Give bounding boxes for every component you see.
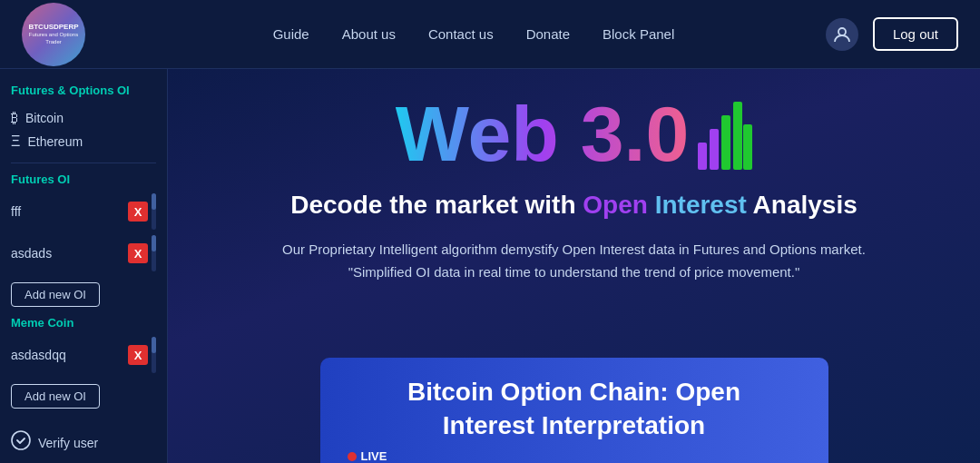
futures-oi-row-0: fff X bbox=[11, 193, 156, 230]
highlight-open: Open bbox=[583, 191, 648, 219]
svg-rect-3 bbox=[710, 129, 719, 170]
bitcoin-card: Bitcoin Option Chain: OpenInterest Inter… bbox=[320, 358, 828, 463]
live-label: LIVE bbox=[361, 449, 387, 463]
verify-icon bbox=[11, 430, 31, 455]
user-icon[interactable] bbox=[826, 18, 858, 51]
live-dot bbox=[348, 452, 357, 461]
nav-donate[interactable]: Donate bbox=[526, 26, 570, 42]
scroll-track-0 bbox=[152, 193, 156, 230]
logout-button[interactable]: Log out bbox=[873, 17, 958, 51]
futures-oi-row-1: asdads X bbox=[11, 235, 156, 271]
bitcoin-icon: ₿ bbox=[11, 110, 18, 126]
add-futures-oi-button[interactable]: Add new OI bbox=[11, 282, 100, 307]
header: BTCUSDPERP Futures and Options Trader Gu… bbox=[0, 0, 980, 69]
svg-rect-4 bbox=[721, 115, 730, 170]
nav-block-panel[interactable]: Block Panel bbox=[603, 26, 674, 42]
nav-contact-us[interactable]: Contact us bbox=[428, 26, 494, 42]
sidebar: Futures & Options OI ₿ Bitcoin Ξ Ethereu… bbox=[0, 69, 168, 463]
web3-title: Web 3.0 bbox=[396, 94, 689, 172]
svg-rect-6 bbox=[743, 124, 752, 170]
divider-1 bbox=[11, 163, 156, 163]
futures-options-oi-title: Futures & Options OI bbox=[11, 84, 156, 97]
live-badge: LIVE bbox=[348, 449, 801, 463]
hero-section: Web 3.0 Decode the market with Open Inte… bbox=[168, 69, 980, 463]
hero-title-wrap: Web 3.0 bbox=[396, 94, 752, 172]
meme-oi-row-0: asdasdqq X bbox=[11, 337, 156, 373]
futures-oi-actions-1: X bbox=[128, 235, 156, 271]
verify-label: Verify user bbox=[38, 436, 98, 450]
svg-point-1 bbox=[12, 431, 30, 449]
futures-oi-title: Futures OI bbox=[11, 172, 156, 186]
meme-oi-actions-0: X bbox=[128, 337, 156, 373]
sidebar-item-bitcoin[interactable]: ₿ Bitcoin bbox=[11, 106, 156, 130]
logo-wrap: BTCUSDPERP Futures and Options Trader bbox=[22, 3, 85, 66]
nav-about-us[interactable]: About us bbox=[342, 26, 396, 42]
meme-coin-title: Meme Coin bbox=[11, 316, 156, 330]
meme-oi-label-0: asdasdqq bbox=[11, 348, 66, 362]
nav-guide[interactable]: Guide bbox=[273, 26, 309, 42]
meme-oi-delete-0[interactable]: X bbox=[128, 345, 148, 365]
svg-rect-5 bbox=[733, 102, 742, 170]
logo-text-line2: Futures and Options Trader bbox=[25, 32, 82, 46]
chart-bars-icon bbox=[698, 97, 752, 170]
futures-oi-label-1: asdads bbox=[11, 246, 52, 261]
main-content: Futures & Options OI ₿ Bitcoin Ξ Ethereu… bbox=[0, 69, 980, 463]
futures-oi-actions-0: X bbox=[128, 193, 156, 230]
bitcoin-label: Bitcoin bbox=[25, 111, 64, 125]
scroll-track-1 bbox=[152, 235, 156, 271]
main-nav: Guide About us Contact us Donate Block P… bbox=[273, 26, 675, 42]
hero-subtitle: Decode the market with Open Interest Ana… bbox=[290, 189, 858, 222]
futures-oi-delete-0[interactable]: X bbox=[128, 202, 148, 222]
highlight-interest: Interest bbox=[655, 191, 747, 219]
header-right: Log out bbox=[826, 17, 958, 51]
logo: BTCUSDPERP Futures and Options Trader bbox=[22, 3, 85, 66]
add-meme-oi-button[interactable]: Add new OI bbox=[11, 384, 100, 409]
ethereum-label: Ethereum bbox=[27, 134, 83, 149]
verify-user[interactable]: Verify user bbox=[11, 430, 156, 455]
bitcoin-card-title: Bitcoin Option Chain: OpenInterest Inter… bbox=[348, 376, 801, 442]
hero-quote: "Simplified OI data in real time to unde… bbox=[348, 264, 800, 280]
svg-point-0 bbox=[838, 28, 846, 35]
ethereum-icon: Ξ bbox=[11, 133, 20, 150]
scroll-track-meme bbox=[152, 337, 156, 373]
sidebar-item-ethereum[interactable]: Ξ Ethereum bbox=[11, 130, 156, 153]
svg-rect-2 bbox=[698, 143, 707, 170]
hero-description: Our Proprietary Intelligent algorithm de… bbox=[282, 241, 866, 257]
futures-oi-delete-1[interactable]: X bbox=[128, 243, 148, 263]
futures-oi-label-0: fff bbox=[11, 204, 21, 219]
logo-text-line1: BTCUSDPERP bbox=[28, 23, 78, 32]
